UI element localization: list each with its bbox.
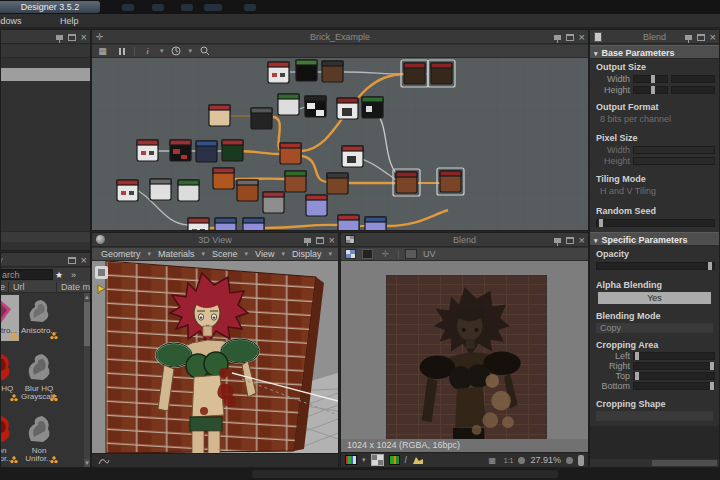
scrollbar-thumb[interactable] <box>652 460 717 466</box>
pixel-height-field[interactable] <box>633 157 715 165</box>
column-date-modified[interactable]: Date modified <box>57 282 90 292</box>
list-item[interactable]: Non Unifor... <box>19 411 59 465</box>
list-item[interactable]: Anisotro... <box>19 295 59 341</box>
output-format-value[interactable]: 8 bits per channel <box>590 113 719 126</box>
alpha-blending-toggle[interactable]: Yes <box>598 292 711 304</box>
library-scrollbar[interactable]: ▲ ▼ <box>84 293 90 467</box>
scroll-down-icon[interactable]: ▼ <box>84 459 90 467</box>
favorites-star-icon[interactable]: ★ <box>55 270 63 280</box>
height-slider[interactable] <box>633 86 668 94</box>
search-input[interactable]: Search <box>1 269 53 280</box>
menu-windows[interactable]: Windows <box>0 16 27 26</box>
uv-tab[interactable]: UV <box>423 249 436 259</box>
properties-scrollbar[interactable] <box>590 459 719 467</box>
height-field[interactable] <box>671 86 715 94</box>
width-field[interactable] <box>671 75 715 83</box>
background-icon[interactable] <box>362 249 373 259</box>
crop-right-slider[interactable] <box>633 362 715 370</box>
histogram-icon[interactable] <box>412 455 424 465</box>
float-icon[interactable] <box>697 34 705 41</box>
list-item-selected[interactable]: Anisotro... <box>1 295 19 341</box>
viewport-3d[interactable] <box>92 261 338 453</box>
snapshot-icon[interactable] <box>405 249 417 259</box>
list-item[interactable]: Blur HQ <box>1 349 19 403</box>
ratio-label[interactable]: 1:1 <box>504 457 514 464</box>
close-icon[interactable]: × <box>579 236 585 245</box>
menu-materials[interactable]: Materials <box>153 249 200 259</box>
list-item[interactable]: Non Unifor... <box>1 411 19 465</box>
explorer-header[interactable]: × <box>1 30 90 44</box>
section-base-parameters[interactable]: ▾Base Parameters <box>590 45 719 59</box>
close-icon[interactable]: × <box>710 33 716 42</box>
float-icon[interactable] <box>316 237 324 244</box>
taskbar-item[interactable] <box>244 4 256 11</box>
opacity-slider[interactable] <box>596 262 715 270</box>
chevron-down-icon[interactable]: ▾ <box>189 47 193 55</box>
pin-icon[interactable] <box>685 35 692 40</box>
menu-scene[interactable]: Scene <box>207 249 243 259</box>
pause-engine-icon[interactable] <box>115 45 128 57</box>
tiling-mode-value[interactable]: H and V Tiling <box>590 185 719 198</box>
info-icon[interactable]: i <box>141 45 154 57</box>
pin-icon[interactable] <box>304 238 311 243</box>
blending-mode-dropdown[interactable]: Copy <box>596 323 713 333</box>
tiling-icon[interactable] <box>345 249 356 259</box>
zoom-level[interactable]: 27.91% <box>530 455 561 465</box>
channels-icon[interactable] <box>345 455 357 465</box>
cropping-shape-dropdown[interactable] <box>596 411 713 421</box>
close-icon[interactable]: × <box>329 236 335 245</box>
crop-bottom-slider[interactable] <box>633 382 715 390</box>
graph-panel-header[interactable]: ✛ Brick_Example × <box>92 30 588 44</box>
view2d-header[interactable]: Blend × <box>341 233 588 247</box>
chevron-down-icon[interactable]: ▾ <box>362 456 366 464</box>
float-icon[interactable] <box>566 34 574 41</box>
zoom-in-icon[interactable] <box>566 457 573 464</box>
pin-icon[interactable] <box>554 238 561 243</box>
close-icon[interactable]: × <box>579 33 585 42</box>
crop-top-slider[interactable] <box>633 372 715 380</box>
search-icon[interactable] <box>198 45 211 57</box>
width-slider[interactable] <box>633 75 668 83</box>
section-specific-parameters[interactable]: ▾Specific Parameters <box>590 232 719 246</box>
menu-display[interactable]: Display <box>287 249 327 259</box>
random-seed-slider[interactable] <box>596 219 715 227</box>
scrollbar-thumb[interactable] <box>84 302 90 346</box>
taskbar-item[interactable] <box>204 4 222 11</box>
timer-icon[interactable] <box>170 45 183 57</box>
zoom-out-icon[interactable] <box>518 457 525 464</box>
menu-view[interactable]: View <box>250 249 279 259</box>
taskbar-item[interactable] <box>122 4 134 11</box>
explorer-selected-row[interactable] <box>1 68 90 81</box>
checker-background-icon[interactable] <box>371 454 384 466</box>
view3d-header[interactable]: 3D View × <box>92 233 338 247</box>
canvas-2d[interactable] <box>341 261 588 439</box>
library-header[interactable]: Library × <box>1 253 90 267</box>
crop-left-slider[interactable] <box>633 352 715 360</box>
column-url[interactable]: Url <box>9 282 57 292</box>
close-icon[interactable]: × <box>81 256 87 265</box>
pin-icon[interactable] <box>554 35 561 40</box>
close-icon[interactable]: × <box>81 33 87 42</box>
pixel-width-field[interactable] <box>633 146 715 154</box>
float-icon[interactable] <box>566 237 574 244</box>
pixel-grid-icon[interactable]: ▦ <box>486 454 499 466</box>
scrollbar-handle[interactable] <box>578 455 584 466</box>
pin-icon[interactable] <box>56 35 63 40</box>
chevron-down-icon[interactable]: ▾ <box>160 47 164 55</box>
annotation-icon[interactable] <box>98 456 110 466</box>
menu-help[interactable]: Help <box>55 16 84 26</box>
taskbar-item[interactable] <box>181 4 193 11</box>
column-name[interactable]: Name <box>1 282 9 292</box>
properties-header[interactable]: Blend × <box>590 30 719 44</box>
taskbar-item[interactable] <box>152 4 164 11</box>
app-window-tab[interactable]: Designer 3.5.2 <box>0 1 100 13</box>
float-icon[interactable] <box>68 34 76 41</box>
overflow-chevron-icon[interactable]: » <box>71 270 76 280</box>
grid-view-icon[interactable]: ▦ <box>96 45 109 57</box>
menu-geometry[interactable]: Geometry <box>96 249 146 259</box>
scroll-up-icon[interactable]: ▲ <box>84 293 90 301</box>
node-graph-canvas[interactable] <box>92 58 588 230</box>
float-icon[interactable] <box>68 257 76 264</box>
gradient-icon[interactable] <box>389 455 400 465</box>
list-item[interactable]: Blur HQ Grayscale <box>19 349 59 403</box>
